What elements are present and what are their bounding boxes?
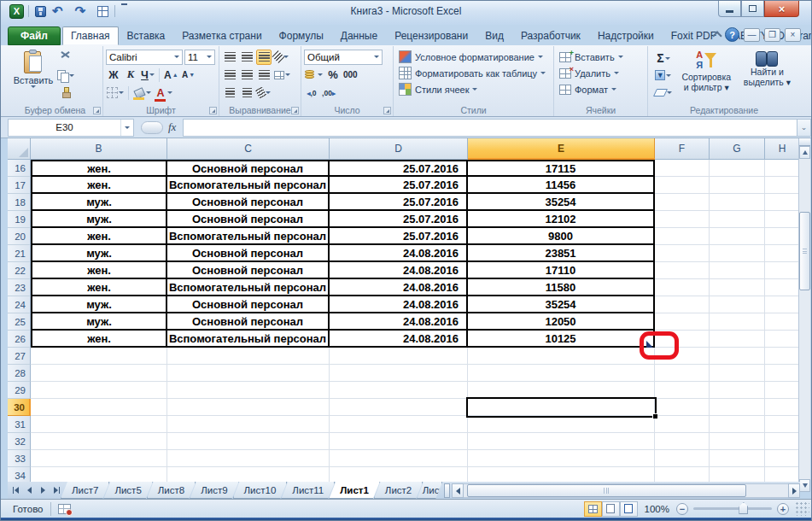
cell-D26[interactable]: 24.08.2016 [330, 331, 468, 348]
cell-F18[interactable] [655, 194, 710, 211]
cell-C24[interactable]: Основной персонал [167, 296, 330, 313]
formula-bar-collapse-button[interactable]: ⌄ [797, 119, 811, 137]
merge-center-button[interactable] [273, 67, 291, 83]
cell-G24[interactable] [710, 296, 765, 313]
row-header-16[interactable]: 16 [8, 160, 31, 177]
cell-B26[interactable]: жен. [31, 331, 167, 348]
cell-H16[interactable] [765, 160, 800, 177]
align-center-button[interactable] [239, 67, 254, 83]
conditional-formatting-button[interactable]: Условное форматирование [396, 49, 551, 65]
cell-D30[interactable] [330, 399, 468, 416]
row-header-30[interactable]: 30 [8, 399, 31, 416]
restore-button[interactable] [741, 1, 764, 17]
cell-G30[interactable] [710, 399, 765, 416]
find-select-button[interactable]: Найти и выделить ▾ [737, 48, 797, 100]
borders-button[interactable] [106, 85, 125, 101]
italic-button[interactable]: К [123, 67, 138, 83]
ribbon-tab-file[interactable]: Файл [8, 26, 61, 45]
first-sheet-button[interactable] [9, 484, 22, 497]
cell-E27[interactable] [468, 348, 655, 365]
column-header-H[interactable]: H [765, 138, 800, 160]
format-painter-button[interactable] [56, 85, 75, 100]
selected-cell-E30[interactable] [466, 397, 657, 418]
comma-style-button[interactable]: 000 [342, 67, 359, 83]
cell-H32[interactable] [765, 433, 800, 450]
cell-H30[interactable] [765, 399, 800, 416]
quick-table-button[interactable] [96, 3, 110, 19]
cell-B22[interactable]: жен. [31, 262, 167, 279]
vertical-scrollbar[interactable] [798, 138, 810, 492]
ribbon-tab-9[interactable]: Надстройки [589, 26, 663, 45]
normal-view-button[interactable] [584, 501, 602, 517]
ribbon-tab-3[interactable]: Разметка страни [173, 26, 270, 45]
cell-G17[interactable] [710, 177, 765, 194]
dialog-launcher-icon[interactable] [383, 107, 391, 114]
cell-F22[interactable] [655, 262, 710, 279]
minimize-ribbon-icon[interactable] [712, 31, 721, 40]
row-header-25[interactable]: 25 [8, 313, 31, 331]
cell-E17[interactable]: 11456 [468, 177, 655, 194]
cell-C16[interactable]: Основной персонал [167, 160, 330, 177]
number-format-combo[interactable]: Общий [304, 50, 383, 65]
formula-input[interactable] [183, 119, 797, 137]
cell-E34[interactable] [468, 467, 655, 482]
row-header-18[interactable]: 18 [8, 194, 31, 211]
cell-B34[interactable] [31, 467, 167, 482]
cell-C33[interactable] [167, 450, 330, 467]
fill-handle[interactable] [652, 413, 657, 419]
column-header-F[interactable]: F [655, 138, 710, 160]
ribbon-tab-4[interactable]: Формулы [271, 26, 332, 45]
ribbon-tab-5[interactable]: Данные [332, 26, 386, 45]
close-button[interactable]: × [764, 1, 799, 17]
cell-G22[interactable] [710, 262, 765, 279]
cell-B21[interactable]: муж. [31, 245, 167, 262]
cell-D32[interactable] [330, 433, 468, 450]
cut-button[interactable] [56, 50, 75, 66]
cell-G27[interactable] [710, 348, 765, 365]
cell-H21[interactable] [765, 245, 800, 262]
scroll-up-button[interactable] [799, 146, 810, 159]
bold-button[interactable]: Ж [106, 67, 121, 83]
cell-G28[interactable] [710, 365, 765, 382]
cell-H18[interactable] [765, 194, 800, 211]
workbook-restore-button[interactable]: ❐ [764, 28, 780, 42]
sheet-tab-Лист10[interactable]: Лист10 [233, 482, 288, 499]
tab-split-handle[interactable] [444, 483, 450, 498]
cell-E26[interactable]: 10125 [468, 331, 655, 348]
sheet-tab-Лист1[interactable]: Лист1 [329, 482, 380, 499]
paste-button[interactable]: Вставить [10, 48, 56, 100]
cell-B23[interactable]: жен. [31, 279, 167, 296]
sheet-tab-Лист2[interactable]: Лист2 [374, 482, 423, 499]
save-button[interactable] [33, 3, 48, 19]
sheet-tab-Лист8[interactable]: Лист8 [147, 482, 196, 499]
ribbon-tab-7[interactable]: Вид [476, 26, 512, 45]
cell-E22[interactable]: 17110 [468, 262, 655, 279]
zoom-slider-thumb[interactable] [739, 502, 748, 514]
cell-F29[interactable] [655, 382, 710, 399]
cell-D20[interactable]: 25.07.2016 [330, 228, 468, 245]
cell-H19[interactable] [765, 211, 800, 228]
horizontal-scroll-thumb[interactable] [467, 484, 746, 497]
cell-C23[interactable]: Вспомогательный персонал [167, 279, 330, 296]
row-header-33[interactable]: 33 [8, 450, 31, 467]
cell-E19[interactable]: 12102 [468, 211, 655, 228]
cell-B28[interactable] [31, 365, 167, 382]
prev-sheet-button[interactable] [23, 484, 36, 497]
zoom-in-button[interactable]: + [777, 503, 789, 515]
cell-D16[interactable]: 25.07.2016 [330, 160, 468, 177]
cell-E33[interactable] [468, 450, 655, 467]
cell-D31[interactable] [330, 416, 468, 433]
cell-F21[interactable] [655, 245, 710, 262]
cell-B16[interactable]: жен. [31, 160, 167, 177]
fx-icon[interactable]: fx [168, 120, 176, 134]
help-icon[interactable]: ? [725, 27, 739, 42]
row-header-21[interactable]: 21 [8, 245, 31, 262]
cell-C29[interactable] [167, 382, 330, 399]
cell-D25[interactable]: 24.08.2016 [330, 313, 468, 331]
cell-G26[interactable] [710, 331, 765, 348]
cell-F28[interactable] [655, 365, 710, 382]
accounting-format-button[interactable] [304, 67, 324, 83]
row-header-19[interactable]: 19 [8, 211, 31, 228]
cell-F16[interactable] [655, 160, 710, 177]
cell-B31[interactable] [31, 416, 167, 433]
